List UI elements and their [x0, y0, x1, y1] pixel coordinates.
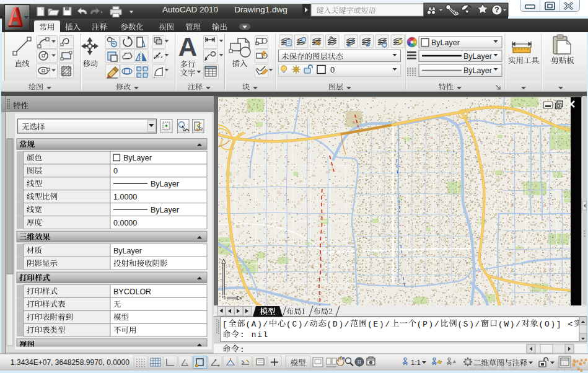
svg-text:): )	[338, 320, 343, 329]
svg-text:i: i	[257, 330, 262, 340]
svg-text:/: /	[516, 320, 520, 329]
svg-text:0: 0	[113, 167, 118, 175]
svg-text:W: W	[504, 320, 509, 329]
svg-text:(: (	[327, 320, 332, 329]
svg-text:1:1: 1:1	[411, 359, 421, 366]
svg-text:): )	[298, 320, 303, 329]
svg-text:ByLayer: ByLayer	[431, 38, 460, 47]
svg-text:(: (	[286, 320, 291, 329]
svg-text:BYCOLOR: BYCOLOR	[113, 287, 151, 296]
svg-text:/: /	[304, 320, 309, 329]
svg-text:(: (	[417, 320, 422, 329]
svg-text:AutoCAD 2010: AutoCAD 2010	[162, 5, 218, 14]
svg-text:): )	[550, 320, 555, 329]
svg-text:(: (	[457, 320, 462, 329]
svg-text:Drawing1.dwg: Drawing1.dwg	[234, 5, 287, 14]
svg-text:(: (	[539, 320, 544, 329]
svg-text:0: 0	[330, 65, 335, 74]
svg-text:<: <	[568, 320, 573, 329]
svg-text:A: A	[178, 32, 197, 61]
svg-text:ByLayer: ByLayer	[463, 52, 492, 61]
svg-text:/: /	[344, 320, 349, 329]
svg-text::: :	[240, 330, 245, 340]
svg-text:/: /	[434, 320, 439, 329]
svg-text:(: (	[498, 320, 503, 329]
svg-text:(: (	[367, 320, 372, 329]
svg-text:1.3434E+07, 3648258.9970, 0.0: 1.3434E+07, 3648258.9970, 0.0000	[11, 358, 129, 367]
svg-text:]: ]	[556, 320, 561, 329]
svg-text:(: (	[245, 320, 250, 329]
svg-text:): )	[257, 320, 262, 329]
svg-text:/: /	[263, 320, 268, 329]
svg-text:E: E	[374, 320, 379, 329]
svg-text:0.0000: 0.0000	[113, 219, 137, 227]
svg-text:): )	[510, 320, 515, 329]
svg-text:ByLayer: ByLayer	[123, 154, 152, 162]
svg-text::: :	[240, 345, 245, 354]
svg-text:ByLayer: ByLayer	[151, 206, 179, 214]
svg-text:C: C	[292, 320, 297, 329]
svg-text:): )	[429, 320, 434, 329]
svg-text:l: l	[263, 330, 268, 340]
svg-text:/: /	[475, 320, 480, 329]
svg-text:ByLayer: ByLayer	[151, 180, 179, 188]
svg-text:ByLayer: ByLayer	[463, 66, 492, 75]
svg-text:P: P	[423, 320, 428, 329]
svg-text:n: n	[252, 330, 257, 340]
svg-text:/: /	[385, 320, 390, 329]
svg-text:A: A	[252, 320, 257, 329]
svg-text:): )	[469, 320, 474, 329]
svg-text:S: S	[463, 320, 468, 329]
svg-text:[: [	[222, 320, 227, 329]
svg-text:?: ?	[494, 6, 499, 14]
svg-text:1.0000: 1.0000	[113, 193, 137, 201]
svg-text:D: D	[333, 320, 338, 329]
svg-text:ByLayer: ByLayer	[113, 247, 142, 255]
svg-text:O: O	[545, 320, 550, 329]
svg-text:): )	[379, 320, 384, 329]
svg-text:51CTO: 51CTO	[468, 355, 520, 373]
